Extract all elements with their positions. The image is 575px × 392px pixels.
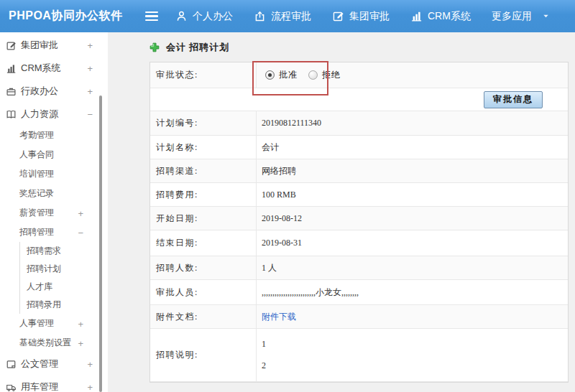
sidebar-menu: 集团审批+CRM系统+行政办公+人力资源−考勤管理人事合同培训管理奖惩记录薪资管… xyxy=(0,34,108,392)
sidebar-item-10[interactable]: 招聘管理− xyxy=(0,223,108,242)
field-label: 招聘说明: xyxy=(150,329,257,381)
sidebar-item-2[interactable]: CRM系统+ xyxy=(0,57,108,80)
detail-table: 审批状态: 批准 拒绝 审批信息 计划编号:20190812111340计划名称… xyxy=(150,62,569,383)
field-value: 网络招聘 xyxy=(257,159,568,182)
caret-down-icon xyxy=(542,12,550,20)
sidebar-item-label: 用车管理 xyxy=(21,381,58,392)
sidebar-item-label: 招聘管理 xyxy=(19,226,54,238)
sidebar-item-1[interactable]: 集团审批+ xyxy=(0,34,108,57)
sidebar-item-label: 招聘录用 xyxy=(27,299,61,311)
field-value: 12 xyxy=(257,329,568,381)
expand-toggle-icon[interactable]: + xyxy=(87,360,93,369)
expand-toggle-icon[interactable]: + xyxy=(78,319,83,328)
nav-item-1[interactable]: 个人办公 xyxy=(175,10,233,23)
sidebar-item-label: 奖惩记录 xyxy=(19,187,54,200)
sidebar-item-5[interactable]: 考勤管理 xyxy=(0,126,108,145)
field-value: 2019-08-12 xyxy=(257,207,568,230)
main-content: 会计 招聘计划 审批状态: 批准 拒绝 审批信息 计划编号:2019081211… xyxy=(108,32,575,392)
bar-chart-icon xyxy=(6,63,17,74)
nav-item-label: 个人办公 xyxy=(193,10,233,23)
field-value: ,,,,,,,,,,,,,,,,,,,,,,,,,小龙女,,,,,,,, xyxy=(257,280,568,304)
nav-item-2[interactable]: 流程审批 xyxy=(254,10,311,23)
expand-toggle-icon[interactable]: − xyxy=(87,110,93,119)
field-value: 2019-08-31 xyxy=(257,230,568,256)
expand-toggle-icon[interactable]: + xyxy=(87,87,93,96)
expand-toggle-icon[interactable]: − xyxy=(78,228,83,237)
sidebar-item-11[interactable]: 招聘需求 xyxy=(19,242,108,260)
nav-item-3[interactable]: 集团审批 xyxy=(332,10,390,23)
field-value: 1 人 xyxy=(257,256,568,279)
field-row: 招聘渠道:网络招聘 xyxy=(150,159,568,183)
expand-toggle-icon[interactable]: + xyxy=(87,64,93,73)
sidebar-item-label: 招聘需求 xyxy=(27,245,61,257)
attachment-link[interactable]: 附件下载 xyxy=(262,311,296,323)
nav-item-label: 更多应用 xyxy=(492,10,532,23)
sidebar-item-label: 公文管理 xyxy=(21,358,58,370)
edit-square-icon xyxy=(332,10,344,22)
field-label: 开始日期: xyxy=(150,207,257,230)
sidebar-item-label: 薪资管理 xyxy=(19,207,54,219)
sidebar-item-label: 集团审批 xyxy=(21,39,58,52)
page-title: 会计 招聘计划 xyxy=(150,41,569,54)
nav-item-4[interactable]: CRM系统 xyxy=(410,10,471,23)
sidebar-item-label: 行政办公 xyxy=(21,85,58,98)
field-label: 招聘渠道: xyxy=(150,159,257,182)
sidebar-item-3[interactable]: 行政办公+ xyxy=(0,80,108,103)
briefcase-icon xyxy=(6,86,17,97)
sidebar-item-9[interactable]: 薪资管理+ xyxy=(0,203,108,223)
sidebar-item-4[interactable]: 人力资源− xyxy=(0,103,108,126)
nav-item-label: CRM系统 xyxy=(428,10,471,23)
sidebar: 集团审批+CRM系统+行政办公+人力资源−考勤管理人事合同培训管理奖惩记录薪资管… xyxy=(0,32,108,392)
expand-toggle-icon[interactable]: + xyxy=(87,383,93,392)
radio-reject[interactable] xyxy=(308,70,318,80)
sidebar-item-13[interactable]: 人才库 xyxy=(19,278,108,296)
sidebar-item-18[interactable]: 用车管理+ xyxy=(0,375,108,392)
sidebar-item-label: 招聘计划 xyxy=(27,263,61,275)
status-row: 审批状态: 批准 拒绝 xyxy=(150,62,568,88)
person-icon xyxy=(175,10,188,22)
field-row: 附件文档:附件下载 xyxy=(150,305,568,329)
sidebar-item-12[interactable]: 招聘计划 xyxy=(19,260,108,278)
hamburger-icon[interactable] xyxy=(145,11,158,21)
sidebar-item-8[interactable]: 奖惩记录 xyxy=(0,184,108,203)
sidebar-item-7[interactable]: 培训管理 xyxy=(0,164,108,184)
sidebar-item-15[interactable]: 人事管理+ xyxy=(0,314,108,333)
field-row: 审批人员:,,,,,,,,,,,,,,,,,,,,,,,,,小龙女,,,,,,,… xyxy=(150,280,568,305)
field-row: 招聘人数:1 人 xyxy=(150,256,568,280)
field-label: 计划编号: xyxy=(150,111,257,135)
sidebar-item-16[interactable]: 基础类别设置+ xyxy=(0,333,108,353)
sidebar-item-label: 人力资源 xyxy=(21,108,58,121)
field-label: 结束日期: xyxy=(150,230,257,256)
nav-item-label: 流程审批 xyxy=(271,10,311,23)
expand-toggle-icon[interactable]: + xyxy=(78,338,83,347)
sidebar-item-17[interactable]: 公文管理+ xyxy=(0,353,108,375)
field-value: 附件下载 xyxy=(257,305,568,328)
expand-toggle-icon[interactable]: + xyxy=(78,208,83,218)
sidebar-scrollbar[interactable] xyxy=(99,95,102,392)
sidebar-item-label: 人事合同 xyxy=(19,149,54,161)
field-label: 招聘人数: xyxy=(150,256,257,279)
status-options: 批准 拒绝 xyxy=(257,62,568,88)
sidebar-item-label: 人才库 xyxy=(27,281,52,293)
approve-info-button[interactable]: 审批信息 xyxy=(484,91,543,108)
nav-item-5[interactable]: 更多应用 xyxy=(492,10,550,23)
sidebar-item-label: CRM系统 xyxy=(21,62,61,75)
app-logo: PHPOA协同办公软件 xyxy=(9,9,137,24)
sidebar-item-14[interactable]: 招聘录用 xyxy=(19,296,108,314)
sidebar-item-6[interactable]: 人事合同 xyxy=(0,145,108,164)
field-row: 招聘说明:12 xyxy=(150,329,568,382)
expand-toggle-icon[interactable]: + xyxy=(87,41,93,50)
doc-icon xyxy=(6,359,17,370)
field-label: 审批状态: xyxy=(150,62,257,88)
share-up-icon xyxy=(254,10,266,22)
radio-approve[interactable] xyxy=(265,70,275,80)
topbar-nav: 个人办公流程审批集团审批CRM系统更多应用 xyxy=(175,10,571,23)
sidebar-item-label: 培训管理 xyxy=(19,168,54,180)
field-label: 计划名称: xyxy=(150,136,257,159)
field-row: 结束日期:2019-08-31 xyxy=(150,230,568,256)
field-label: 招聘费用: xyxy=(150,183,257,206)
field-value: 100 RMB xyxy=(257,183,568,206)
radio-approve-label: 批准 xyxy=(279,69,298,81)
truck-icon xyxy=(6,382,17,392)
field-row: 计划编号:20190812111340 xyxy=(150,111,568,136)
